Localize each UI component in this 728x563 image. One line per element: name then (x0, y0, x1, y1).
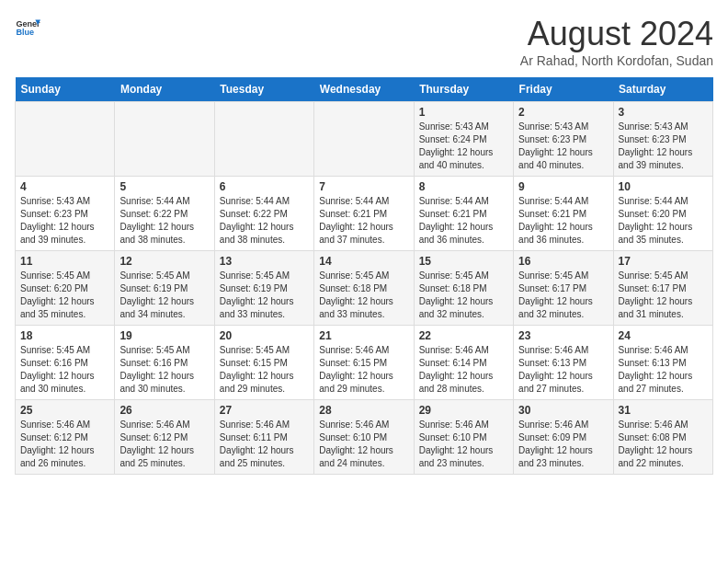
day-info: Sunrise: 5:45 AMSunset: 6:19 PMDaylight:… (220, 270, 309, 321)
calendar-day-cell: 18Sunrise: 5:45 AMSunset: 6:16 PMDayligh… (16, 326, 115, 400)
day-of-week-header: Sunday (16, 77, 115, 102)
day-info: Sunrise: 5:45 AMSunset: 6:18 PMDaylight:… (419, 270, 508, 321)
calendar-day-cell: 19Sunrise: 5:45 AMSunset: 6:16 PMDayligh… (115, 326, 214, 400)
calendar-day-cell (115, 102, 214, 177)
day-number: 28 (319, 404, 408, 417)
calendar-day-cell: 28Sunrise: 5:46 AMSunset: 6:10 PMDayligh… (314, 400, 414, 475)
calendar-day-cell: 8Sunrise: 5:44 AMSunset: 6:21 PMDaylight… (414, 177, 513, 251)
calendar-day-cell: 14Sunrise: 5:45 AMSunset: 6:18 PMDayligh… (314, 251, 414, 326)
day-number: 14 (319, 255, 408, 268)
calendar-day-cell: 4Sunrise: 5:43 AMSunset: 6:23 PMDaylight… (16, 177, 115, 251)
day-info: Sunrise: 5:46 AMSunset: 6:10 PMDaylight:… (319, 419, 408, 470)
day-number: 24 (619, 329, 708, 342)
calendar-day-cell: 26Sunrise: 5:46 AMSunset: 6:12 PMDayligh… (115, 400, 214, 475)
month-year-title: August 2024 (520, 15, 713, 53)
day-number: 16 (518, 255, 608, 268)
day-of-week-header: Friday (514, 77, 613, 102)
day-number: 12 (119, 255, 209, 268)
calendar-week-row: 1Sunrise: 5:43 AMSunset: 6:24 PMDaylight… (16, 102, 713, 177)
calendar-day-cell: 31Sunrise: 5:46 AMSunset: 6:08 PMDayligh… (613, 400, 712, 475)
location-subtitle: Ar Rahad, North Kordofan, Sudan (520, 53, 713, 68)
calendar-table: SundayMondayTuesdayWednesdayThursdayFrid… (15, 77, 713, 475)
day-info: Sunrise: 5:46 AMSunset: 6:11 PMDaylight:… (220, 419, 309, 470)
calendar-day-cell: 29Sunrise: 5:46 AMSunset: 6:10 PMDayligh… (414, 400, 513, 475)
day-info: Sunrise: 5:45 AMSunset: 6:17 PMDaylight:… (619, 270, 708, 321)
calendar-day-cell: 25Sunrise: 5:46 AMSunset: 6:12 PMDayligh… (16, 400, 115, 475)
day-number: 6 (220, 180, 309, 193)
logo: General Blue (15, 15, 40, 40)
day-number: 8 (419, 180, 508, 193)
day-info: Sunrise: 5:46 AMSunset: 6:09 PMDaylight:… (518, 419, 608, 470)
day-info: Sunrise: 5:45 AMSunset: 6:16 PMDaylight:… (20, 344, 109, 396)
day-of-week-header: Wednesday (314, 77, 414, 102)
day-number: 1 (419, 106, 508, 119)
day-number: 27 (220, 404, 309, 417)
day-info: Sunrise: 5:44 AMSunset: 6:21 PMDaylight:… (319, 195, 408, 247)
day-number: 25 (20, 404, 109, 417)
day-info: Sunrise: 5:46 AMSunset: 6:12 PMDaylight:… (119, 419, 209, 470)
day-info: Sunrise: 5:46 AMSunset: 6:12 PMDaylight:… (20, 419, 109, 470)
calendar-week-row: 25Sunrise: 5:46 AMSunset: 6:12 PMDayligh… (16, 400, 713, 475)
calendar-day-cell (314, 102, 414, 177)
day-number: 5 (119, 180, 209, 193)
calendar-day-cell: 30Sunrise: 5:46 AMSunset: 6:09 PMDayligh… (514, 400, 613, 475)
calendar-day-cell: 2Sunrise: 5:43 AMSunset: 6:23 PMDaylight… (514, 102, 613, 177)
day-info: Sunrise: 5:46 AMSunset: 6:14 PMDaylight:… (419, 344, 508, 396)
day-info: Sunrise: 5:43 AMSunset: 6:24 PMDaylight:… (419, 121, 508, 172)
day-info: Sunrise: 5:44 AMSunset: 6:21 PMDaylight:… (518, 195, 608, 247)
day-info: Sunrise: 5:46 AMSunset: 6:13 PMDaylight:… (518, 344, 608, 396)
day-info: Sunrise: 5:45 AMSunset: 6:15 PMDaylight:… (220, 344, 309, 396)
day-of-week-header: Monday (115, 77, 214, 102)
calendar-day-cell: 24Sunrise: 5:46 AMSunset: 6:13 PMDayligh… (613, 326, 712, 400)
day-info: Sunrise: 5:43 AMSunset: 6:23 PMDaylight:… (518, 121, 608, 172)
calendar-day-cell: 16Sunrise: 5:45 AMSunset: 6:17 PMDayligh… (514, 251, 613, 326)
calendar-day-cell: 7Sunrise: 5:44 AMSunset: 6:21 PMDaylight… (314, 177, 414, 251)
day-number: 20 (220, 329, 309, 342)
calendar-day-cell: 5Sunrise: 5:44 AMSunset: 6:22 PMDaylight… (115, 177, 214, 251)
day-number: 18 (20, 329, 109, 342)
calendar-day-cell: 17Sunrise: 5:45 AMSunset: 6:17 PMDayligh… (613, 251, 712, 326)
day-number: 10 (619, 180, 708, 193)
day-info: Sunrise: 5:44 AMSunset: 6:20 PMDaylight:… (619, 195, 708, 247)
calendar-day-cell (16, 102, 115, 177)
calendar-day-cell: 21Sunrise: 5:46 AMSunset: 6:15 PMDayligh… (314, 326, 414, 400)
day-number: 3 (619, 106, 708, 119)
calendar-day-cell: 6Sunrise: 5:44 AMSunset: 6:22 PMDaylight… (214, 177, 313, 251)
day-number: 21 (319, 329, 408, 342)
calendar-day-cell: 20Sunrise: 5:45 AMSunset: 6:15 PMDayligh… (214, 326, 313, 400)
day-number: 7 (319, 180, 408, 193)
day-number: 15 (419, 255, 508, 268)
day-info: Sunrise: 5:45 AMSunset: 6:18 PMDaylight:… (319, 270, 408, 321)
day-info: Sunrise: 5:45 AMSunset: 6:17 PMDaylight:… (518, 270, 608, 321)
calendar-day-cell: 12Sunrise: 5:45 AMSunset: 6:19 PMDayligh… (115, 251, 214, 326)
day-info: Sunrise: 5:46 AMSunset: 6:08 PMDaylight:… (619, 419, 708, 470)
calendar-week-row: 18Sunrise: 5:45 AMSunset: 6:16 PMDayligh… (16, 326, 713, 400)
day-of-week-header: Tuesday (214, 77, 313, 102)
day-number: 2 (518, 106, 608, 119)
page-header: General Blue August 2024 Ar Rahad, North… (15, 15, 713, 68)
day-info: Sunrise: 5:46 AMSunset: 6:15 PMDaylight:… (319, 344, 408, 396)
day-info: Sunrise: 5:46 AMSunset: 6:10 PMDaylight:… (419, 419, 508, 470)
day-info: Sunrise: 5:45 AMSunset: 6:16 PMDaylight:… (119, 344, 209, 396)
calendar-day-cell: 23Sunrise: 5:46 AMSunset: 6:13 PMDayligh… (514, 326, 613, 400)
day-number: 23 (518, 329, 608, 342)
day-number: 9 (518, 180, 608, 193)
day-info: Sunrise: 5:44 AMSunset: 6:21 PMDaylight:… (419, 195, 508, 247)
day-number: 26 (119, 404, 209, 417)
logo-icon: General Blue (15, 15, 40, 40)
day-number: 22 (419, 329, 508, 342)
calendar-day-cell: 3Sunrise: 5:43 AMSunset: 6:23 PMDaylight… (613, 102, 712, 177)
day-number: 17 (619, 255, 708, 268)
day-info: Sunrise: 5:46 AMSunset: 6:13 PMDaylight:… (619, 344, 708, 396)
day-number: 30 (518, 404, 608, 417)
calendar-week-row: 11Sunrise: 5:45 AMSunset: 6:20 PMDayligh… (16, 251, 713, 326)
day-number: 29 (419, 404, 508, 417)
calendar-day-cell: 10Sunrise: 5:44 AMSunset: 6:20 PMDayligh… (613, 177, 712, 251)
day-of-week-header: Saturday (613, 77, 712, 102)
calendar-day-cell: 22Sunrise: 5:46 AMSunset: 6:14 PMDayligh… (414, 326, 513, 400)
day-info: Sunrise: 5:44 AMSunset: 6:22 PMDaylight:… (220, 195, 309, 247)
day-info: Sunrise: 5:44 AMSunset: 6:22 PMDaylight:… (119, 195, 209, 247)
day-of-week-header: Thursday (414, 77, 513, 102)
day-number: 19 (119, 329, 209, 342)
day-number: 31 (619, 404, 708, 417)
